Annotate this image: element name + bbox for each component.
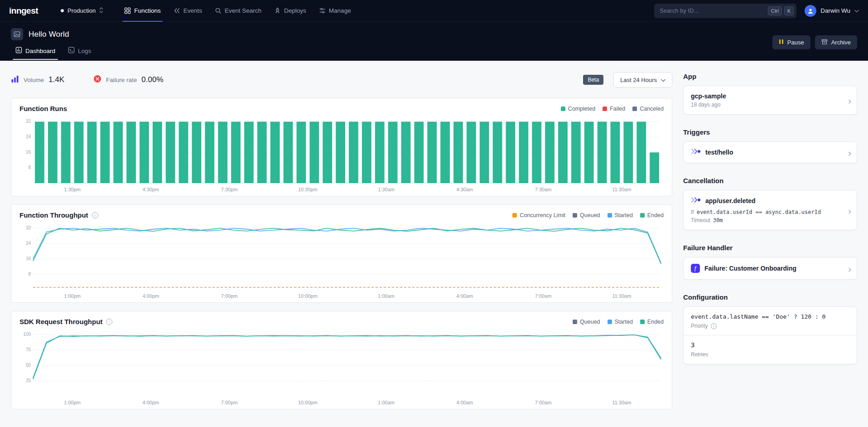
svg-text:10:30pm: 10:30pm (298, 187, 318, 192)
chart-title: SDK Request Throughput (19, 318, 102, 325)
function-runs-chart: 81624321:30pm4:30pm7:30pm10:30pm1:30am4:… (19, 114, 664, 194)
nav-item-manage[interactable]: Manage (313, 0, 357, 22)
legend-swatch (561, 107, 565, 111)
priority-label: Priority (691, 323, 708, 329)
legend-swatch (603, 107, 607, 111)
svg-text:4:00am: 4:00am (457, 293, 473, 299)
app-name: gcp-sample (691, 92, 841, 100)
svg-text:16: 16 (26, 256, 31, 261)
function-throughput-card: Function Throughput Concurrency LimitQue… (11, 204, 672, 303)
legend-item-ended: Ended (640, 212, 664, 218)
chevron-right-icon (848, 148, 851, 157)
volume-value: 1.4K (48, 75, 64, 84)
svg-text:1:00pm: 1:00pm (64, 400, 81, 405)
manage-icon (319, 7, 326, 14)
svg-text:100: 100 (23, 332, 31, 337)
legend-item-queued: Queued (573, 319, 600, 325)
legend-swatch (573, 213, 577, 218)
function-icon (691, 264, 700, 273)
chart-title: Function Runs (19, 105, 67, 112)
svg-text:1:30pm: 1:30pm (64, 187, 81, 192)
legend-swatch (632, 107, 637, 111)
legend-swatch (512, 213, 517, 218)
tab-logs[interactable]: Logs (63, 44, 96, 60)
svg-text:7:00pm: 7:00pm (221, 400, 238, 405)
trigger-event-name: test/hello (705, 149, 733, 156)
nav-item-label: Event Search (225, 7, 261, 14)
svg-text:4:00pm: 4:00pm (143, 400, 159, 405)
svg-text:32: 32 (26, 225, 31, 230)
svg-text:1:30am: 1:30am (378, 187, 395, 192)
search-box[interactable]: Ctrl K (654, 4, 796, 18)
sdk-request-throughput-chart: 2550751001:00pm4:00pm7:00pm10:00pm1:00am… (19, 327, 664, 407)
info-icon[interactable] (106, 319, 112, 325)
stats-bar: Volume 1.4K Failure rate 0.00% Beta Last… (11, 70, 672, 90)
logs-icon (68, 47, 75, 55)
environment-selector[interactable]: Production (57, 4, 107, 18)
priority-expression: event.data.lastName == 'Doe' ? 120 : 0 (691, 313, 841, 320)
volume-bars-icon (11, 75, 19, 85)
cancellation-condition: event.data.userId == async.data.userId (697, 209, 821, 215)
inngest-logo[interactable]: inngest (9, 6, 38, 16)
info-icon[interactable] (92, 212, 98, 218)
dashboard-icon (15, 47, 22, 55)
condition-label: If (691, 209, 694, 215)
sdk-request-throughput-card: SDK Request Throughput QueuedStartedEnde… (11, 311, 672, 409)
search-input[interactable] (660, 7, 766, 14)
environment-label: Production (68, 7, 96, 14)
svg-text:24: 24 (26, 134, 31, 139)
tab-dashboard[interactable]: Dashboard (11, 44, 60, 60)
legend-item-concurrency-limit: Concurrency Limit (512, 212, 565, 218)
function-actions: Pause Archive (772, 35, 857, 49)
pause-icon (779, 39, 784, 46)
search-icon (215, 7, 222, 14)
svg-text:4:30pm: 4:30pm (143, 187, 159, 192)
archive-button[interactable]: Archive (815, 35, 857, 49)
cancellation-heading: Cancellation (683, 177, 857, 184)
svg-text:10:00pm: 10:00pm (298, 293, 318, 299)
pause-button[interactable]: Pause (772, 35, 810, 49)
tab-label: Logs (78, 48, 91, 54)
nav-item-functions[interactable]: Functions (118, 0, 167, 22)
beta-badge: Beta (583, 75, 603, 85)
retries-label: Retries (691, 351, 708, 358)
navbar-right: Ctrl K Darwin Wu (654, 4, 859, 18)
info-icon[interactable] (711, 323, 717, 329)
retries-value: 3 (691, 341, 841, 349)
avatar (805, 5, 816, 17)
time-range-dropdown[interactable]: Last 24 Hours (613, 72, 672, 87)
kbd-ctrl: Ctrl (768, 6, 782, 15)
svg-text:8: 8 (28, 272, 31, 277)
legend-item-ended: Ended (640, 319, 664, 325)
failure-x-icon (93, 75, 101, 85)
failure-rate-label: Failure rate (106, 77, 137, 83)
page-title: Hello World (29, 30, 69, 39)
chevron-right-icon (848, 264, 851, 273)
chart-legend: QueuedStartedEnded (573, 319, 664, 325)
failure-handler-card[interactable]: Failure: Customer Onboarding (683, 257, 857, 280)
volume-stat: Volume 1.4K (11, 75, 64, 85)
timeout-value: 30m (713, 217, 723, 223)
nav-item-events[interactable]: Events (167, 0, 208, 22)
main-content: Volume 1.4K Failure rate 0.00% Beta Last… (0, 61, 868, 409)
app-card[interactable]: gcp-sample 18 days ago (683, 86, 857, 115)
svg-text:32: 32 (26, 119, 31, 124)
chevron-down-icon (854, 7, 859, 14)
trigger-card[interactable]: test/hello (683, 141, 857, 163)
nav-item-event-search[interactable]: Event Search (208, 0, 268, 22)
svg-text:7:30pm: 7:30pm (221, 187, 238, 192)
chart-title: Function Throughput (19, 211, 88, 219)
app-heading: App (683, 73, 857, 80)
chart-legend: CompletedFailedCanceled (561, 106, 664, 112)
user-menu[interactable]: Darwin Wu (805, 5, 859, 17)
cancellation-card[interactable]: app/user.deleted If event.data.userId ==… (683, 190, 857, 230)
nav-item-deploys[interactable]: Deploys (268, 0, 313, 22)
failure-rate-stat: Failure rate 0.00% (93, 75, 163, 85)
svg-text:7:00am: 7:00am (535, 400, 552, 405)
function-header: Hello World Dashboard Logs Pause Ar (0, 22, 868, 61)
timeout-label: Timeout (691, 217, 710, 223)
app-last-synced: 18 days ago (691, 102, 841, 108)
legend-swatch (608, 213, 612, 218)
cancellation-event-name: app/user.deleted (705, 197, 755, 204)
details-sidebar: App gcp-sample 18 days ago Triggers test… (683, 61, 857, 409)
